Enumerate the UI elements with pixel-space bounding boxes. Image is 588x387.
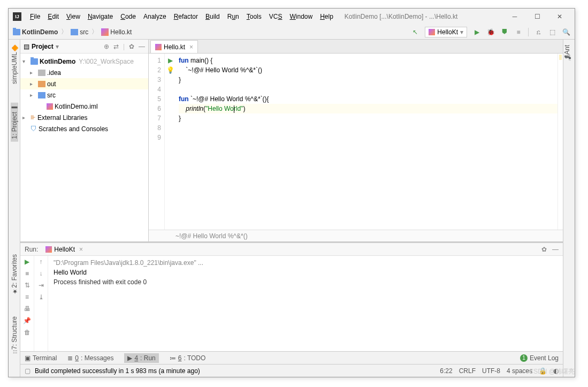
debug-button[interactable]: 🐞 [486, 28, 495, 36]
tree-idea[interactable]: ▸.idea [20, 67, 148, 78]
bottom-tool-bar: ▣ Terminal ≣ 0: Messages ▶ 4: Run ≔ 6: T… [20, 351, 563, 364]
menu-run[interactable]: Run [224, 11, 242, 22]
bc-file[interactable]: Hello.kt [101, 28, 132, 36]
scratches-icon: ⛉ [30, 125, 37, 133]
target-icon[interactable]: ⊕ [104, 43, 109, 50]
pin-icon[interactable]: 📌 [23, 317, 31, 324]
menu-analyze[interactable]: Analyze [140, 11, 170, 22]
menu-code[interactable]: Code [117, 11, 139, 22]
ide-window: IJ File Edit View Navigate Code Analyze … [8, 8, 575, 377]
error-stripe[interactable] [558, 54, 563, 230]
menu-window[interactable]: Window [286, 11, 316, 22]
menu-navigate[interactable]: Navigate [85, 11, 116, 22]
window-title: KotlinDemo [...\KotlinDemo] - ...\Hello.… [345, 13, 508, 20]
gear-icon[interactable]: ✿ [541, 246, 547, 253]
stop-button[interactable]: ■ [514, 28, 523, 36]
run-gutter-icon[interactable]: ▶ [165, 56, 175, 65]
chevron-right-icon: 〉 [91, 27, 98, 36]
chevron-down-icon: ▾ [460, 28, 463, 36]
status-bar: ▢ Build completed successfully in 1 s 98… [20, 364, 563, 377]
maximize-button[interactable]: ☐ [531, 10, 544, 23]
menu-build[interactable]: Build [202, 11, 223, 22]
bc-project[interactable]: KotlinDemo [13, 28, 58, 36]
rail-ant[interactable]: 🐜 Ant [563, 42, 571, 64]
tree-out[interactable]: ▸out [20, 78, 148, 89]
hide-icon[interactable]: — [139, 43, 145, 50]
expand-icon[interactable]: ⇄ [113, 43, 119, 50]
console-output[interactable]: "D:\Program Files\Java\jdk1.8.0_221\bin\… [48, 256, 563, 351]
gear-icon[interactable]: ✿ [129, 43, 134, 50]
tree-src[interactable]: ▸src [20, 89, 148, 101]
bulb-icon[interactable]: 💡 [165, 65, 175, 75]
rerun-icon[interactable]: ▶ [25, 258, 29, 265]
status-hide-icon[interactable]: ▢ [25, 367, 30, 375]
main-body: simpleUML 🔶 1: Project ▬ ★ 2: Favorites … [9, 40, 575, 377]
toolbar-right: ↖ HelloKt ▾ ▶ 🐞 ⛊ ■ ⎌ ⬚ 🔍 [411, 27, 570, 37]
status-message: Build completed successfully in 1 s 983 … [35, 367, 200, 375]
tree-iml[interactable]: KotlinDemo.iml [20, 101, 148, 112]
editor-tab-hello[interactable]: Hello.kt × [150, 40, 198, 53]
up-icon[interactable]: ↑ [40, 258, 43, 265]
menu-help[interactable]: Help [317, 11, 337, 22]
tree-scratches[interactable]: ⛉Scratches and Consoles [20, 123, 148, 134]
trash-icon[interactable]: 🗑 [24, 329, 30, 336]
encoding[interactable]: UTF-8 [482, 367, 500, 375]
menu-vcs[interactable]: VCS [266, 11, 286, 22]
coverage-button[interactable]: ⛊ [500, 28, 509, 36]
kotlin-icon [429, 29, 435, 35]
close-tab-icon[interactable]: × [79, 246, 83, 253]
export-icon[interactable]: ≡ [25, 293, 29, 301]
wrap-icon[interactable]: ⇥ [39, 282, 44, 289]
bb-run[interactable]: ▶ 4: Run [124, 353, 158, 363]
bb-eventlog[interactable]: 1 Event Log [520, 354, 559, 362]
bb-todo[interactable]: ≔ 6: TODO [170, 354, 206, 362]
editor-breadcrumb[interactable]: ~!@# Hello World %^&*() [149, 230, 563, 241]
run-controls-primary: ▶ ■ ⇅ ≡ 🖶 📌 🗑 [20, 256, 34, 351]
rail-project[interactable]: 1: Project ▬ [11, 103, 18, 142]
git-icon[interactable]: ⎌ [534, 28, 543, 36]
menu-bar: File Edit View Navigate Code Analyze Ref… [27, 11, 337, 22]
app-icon: IJ [13, 12, 21, 21]
minimize-button[interactable]: ─ [508, 10, 521, 23]
left-tool-rail: simpleUML 🔶 1: Project ▬ ★ 2: Favorites … [9, 40, 20, 377]
layout-icon[interactable]: ⬚ [548, 28, 556, 36]
print-icon[interactable]: 🖶 [24, 305, 30, 313]
folder-icon [38, 70, 45, 76]
upper-split: ▤ Project ▾ ⊕ ⇄ | ✿ — ▾KotlinDemoY:\002_… [20, 40, 563, 241]
cursor-position[interactable]: 6:22 [440, 367, 452, 375]
code-editor[interactable]: 123456789 ▶ 💡 fun main() { `~!@# Hello W… [149, 54, 563, 230]
run-title: Run: [25, 246, 38, 253]
menu-tools[interactable]: Tools [243, 11, 265, 22]
scroll-icon[interactable]: ⤓ [39, 293, 44, 301]
line-separator[interactable]: CRLF [459, 367, 476, 375]
down-icon[interactable]: ↓ [40, 270, 43, 277]
menu-file[interactable]: File [27, 11, 43, 22]
run-tool-window: Run: HelloKt × ✿ — ▶ ■ ⇅ [20, 241, 563, 351]
search-icon[interactable]: 🔍 [562, 28, 570, 36]
layout-icon[interactable]: ⇅ [25, 282, 30, 289]
tree-external-libs[interactable]: ▸⊪External Libraries [20, 112, 148, 123]
project-panel-title[interactable]: ▤ Project ▾ [24, 43, 101, 50]
libraries-icon: ⊪ [30, 114, 36, 121]
menu-view[interactable]: View [63, 11, 83, 22]
close-tab-icon[interactable]: × [189, 43, 193, 51]
close-button[interactable]: ✕ [553, 10, 566, 23]
menu-edit[interactable]: Edit [44, 11, 62, 22]
bc-src[interactable]: src [71, 28, 88, 36]
hide-icon[interactable]: — [552, 246, 559, 253]
menu-refactor[interactable]: Refactor [171, 11, 201, 22]
rail-favorites[interactable]: ★ 2: Favorites [11, 252, 18, 298]
run-button[interactable]: ▶ [472, 28, 481, 36]
bb-messages[interactable]: ≣ 0: Messages [67, 354, 113, 362]
stop-icon[interactable]: ■ [25, 270, 29, 277]
tree-root[interactable]: ▾KotlinDemoY:\002_WorkSpace [20, 56, 148, 67]
run-config-selector[interactable]: HelloKt ▾ [425, 27, 467, 37]
nav-bar: KotlinDemo 〉 src 〉 Hello.kt ↖ HelloKt ▾ … [9, 25, 575, 40]
kotlin-icon [155, 44, 162, 50]
kotlin-icon [45, 246, 52, 253]
bb-terminal[interactable]: ▣ Terminal [25, 354, 57, 362]
rail-simpleuml[interactable]: simpleUML 🔶 [11, 42, 18, 87]
rail-structure[interactable]: ⁝⁝ 7: Structure [11, 314, 18, 356]
hammer-icon[interactable]: ↖ [411, 28, 419, 36]
run-tab[interactable]: HelloKt × [43, 245, 85, 254]
